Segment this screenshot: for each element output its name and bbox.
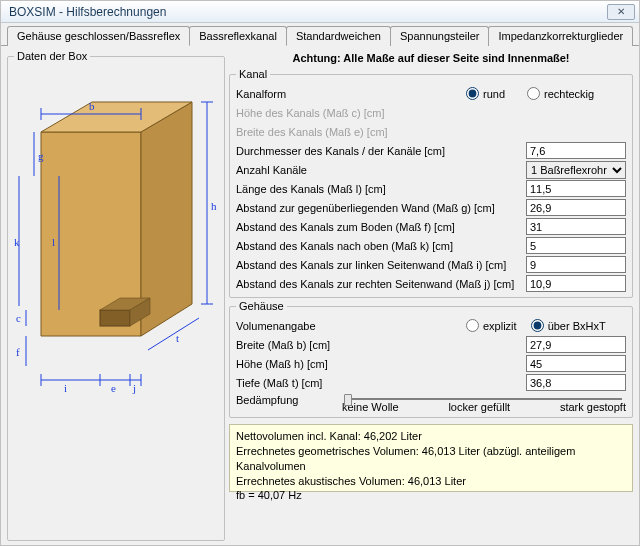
durchmesser-label: Durchmesser des Kanals / der Kanäle [cm] — [236, 145, 526, 157]
tab-impedance-correction[interactable]: Impedanzkorrekturglieder — [488, 26, 633, 46]
svg-text:t: t — [176, 332, 179, 344]
gehause-legend: Gehäuse — [236, 300, 287, 312]
vol-explizit-radio[interactable] — [466, 319, 479, 332]
abstand-boden-input[interactable] — [526, 218, 626, 235]
kanal-group: Kanal Kanalform rund rechteckig Höhe des… — [229, 68, 633, 298]
abstand-boden-label: Abstand des Kanals zum Boden (Maß f) [cm… — [236, 221, 526, 233]
abstand-links-input[interactable] — [526, 256, 626, 273]
box-data-group: Daten der Box — [7, 50, 225, 541]
abstand-oben-input[interactable] — [526, 237, 626, 254]
result-geomvol: Errechnetes geometrisches Volumen: 46,01… — [236, 444, 626, 474]
hoehe-input[interactable] — [526, 355, 626, 372]
window-title: BOXSIM - Hilfsberechnungen — [9, 5, 166, 19]
breite-input[interactable] — [526, 336, 626, 353]
svg-text:h: h — [211, 200, 217, 212]
svg-text:c: c — [16, 312, 21, 324]
bedampfung-slider[interactable] — [346, 398, 622, 400]
vol-bxhxt[interactable]: über BxHxT — [531, 319, 606, 332]
result-fb: fb = 40,07 Hz — [236, 488, 626, 503]
vol-explizit[interactable]: explizit — [466, 319, 517, 332]
gehause-group: Gehäuse Volumenangabe explizit über BxHx… — [229, 300, 633, 418]
kanalform-rechteckig-radio[interactable] — [527, 87, 540, 100]
box-data-legend: Daten der Box — [14, 50, 90, 62]
tiefe-input[interactable] — [526, 374, 626, 391]
hoehe-label: Höhe (Maß h) [cm] — [236, 358, 526, 370]
warning-text: Achtung: Alle Maße auf dieser Seite sind… — [229, 52, 633, 64]
abstand-rechts-input[interactable] — [526, 275, 626, 292]
bedampfung-label: Bedämpfung — [236, 394, 314, 406]
tab-enclosure[interactable]: Gehäuse geschlossen/Bassreflex — [7, 26, 190, 46]
durchmesser-input[interactable] — [526, 142, 626, 159]
damp-loose-label: locker gefüllt — [448, 401, 510, 413]
right-panel: Achtung: Alle Maße auf dieser Seite sind… — [229, 50, 633, 541]
abstand-wand-input[interactable] — [526, 199, 626, 216]
svg-text:j: j — [132, 382, 136, 394]
svg-text:g: g — [38, 150, 44, 162]
app-window: BOXSIM - Hilfsberechnungen ✕ Gehäuse ges… — [0, 0, 640, 546]
kanal-breite-label: Breite des Kanals (Maß e) [cm] — [236, 126, 626, 138]
tiefe-label: Tiefe (Maß t) [cm] — [236, 377, 526, 389]
damp-stuffed-label: stark gestopft — [560, 401, 626, 413]
kanalform-rechteckig[interactable]: rechteckig — [527, 87, 594, 100]
close-button[interactable]: ✕ — [607, 4, 635, 20]
titlebar: BOXSIM - Hilfsberechnungen ✕ — [1, 1, 639, 23]
svg-rect-3 — [100, 310, 130, 326]
result-akuvol: Errechnetes akustisches Volumen: 46,013 … — [236, 474, 626, 489]
kanalform-rund[interactable]: rund — [466, 87, 505, 100]
result-netvol: Nettovolumen incl. Kanal: 46,202 Liter — [236, 429, 626, 444]
svg-text:l: l — [52, 236, 55, 248]
laenge-label: Länge des Kanals (Maß l) [cm] — [236, 183, 526, 195]
laenge-input[interactable] — [526, 180, 626, 197]
svg-text:f: f — [16, 346, 20, 358]
abstand-links-label: Abstand des Kanals zur linken Seitenwand… — [236, 259, 526, 271]
svg-text:b: b — [89, 100, 95, 112]
abstand-wand-label: Abstand zur gegenüberliegenden Wand (Maß… — [236, 202, 526, 214]
svg-text:e: e — [111, 382, 116, 394]
tab-voltage-divider[interactable]: Spannungsteiler — [390, 26, 490, 46]
anzahl-label: Anzahl Kanäle — [236, 164, 526, 176]
kanal-hoehe-label: Höhe des Kanals (Maß c) [cm] — [236, 107, 626, 119]
kanal-legend: Kanal — [236, 68, 270, 80]
tab-standard-crossovers[interactable]: Standardweichen — [286, 26, 391, 46]
vol-bxhxt-radio[interactable] — [531, 319, 544, 332]
abstand-rechts-label: Abstand des Kanals zur rechten Seitenwan… — [236, 278, 526, 290]
box-diagram: b h t g k l c f i e j — [14, 66, 218, 406]
svg-text:i: i — [64, 382, 67, 394]
vol-label: Volumenangabe — [236, 320, 466, 332]
tab-strip: Gehäuse geschlossen/Bassreflex Bassrefle… — [1, 25, 639, 46]
kanalform-rund-radio[interactable] — [466, 87, 479, 100]
anzahl-select[interactable]: 1 Baßreflexrohr — [526, 161, 626, 179]
tab-bassreflex-channel[interactable]: Bassreflexkanal — [189, 26, 287, 46]
results-box: Nettovolumen incl. Kanal: 46,202 Liter E… — [229, 424, 633, 492]
abstand-oben-label: Abstand des Kanals nach oben (Maß k) [cm… — [236, 240, 526, 252]
breite-label: Breite (Maß b) [cm] — [236, 339, 526, 351]
left-panel: Daten der Box — [7, 50, 223, 541]
content-area: Daten der Box — [1, 46, 639, 545]
kanalform-label: Kanalform — [236, 88, 466, 100]
slider-thumb[interactable] — [344, 394, 352, 406]
svg-text:k: k — [14, 236, 20, 248]
